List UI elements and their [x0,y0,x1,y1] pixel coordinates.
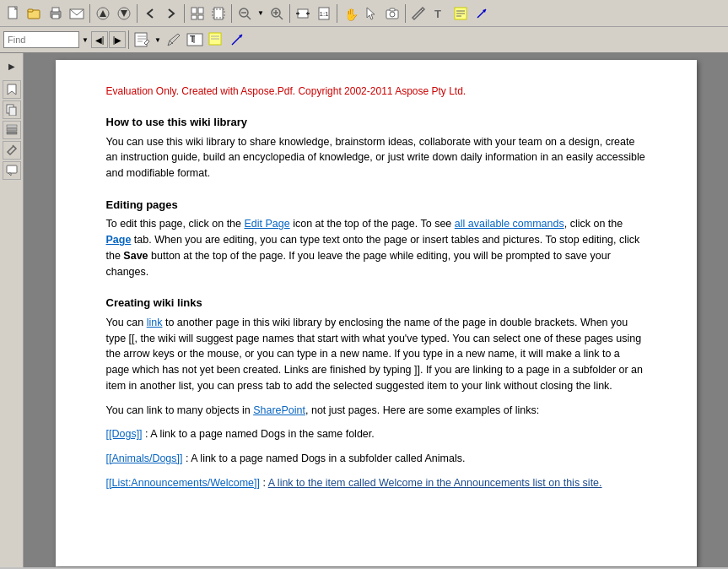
view-tools [187,3,229,24]
sep5 [289,4,290,23]
sep1 [89,4,90,23]
fit-width-button[interactable] [293,3,313,24]
sep4 [231,4,232,23]
svg-rect-12 [198,8,203,14]
sharepoint-link[interactable]: SharePoint [253,404,305,416]
edit-dropdown[interactable]: ▼ [153,30,163,50]
file-tools [3,3,87,24]
svg-text:✋: ✋ [344,8,358,21]
svg-line-18 [247,16,251,19]
svg-rect-59 [9,107,16,116]
svg-rect-2 [28,9,33,12]
dogs-link-example: [[Dogs]] : A link to a page named Dogs i… [106,426,646,442]
bookmark-panel-icon[interactable] [3,80,21,99]
svg-rect-14 [198,15,203,19]
svg-rect-60 [7,132,17,134]
expand-icon[interactable]: ▶ [3,57,21,75]
svg-line-36 [421,9,423,11]
new-button[interactable] [3,3,24,24]
arrow-tool-button[interactable] [227,30,247,50]
svg-marker-64 [8,173,11,176]
typewriter-button[interactable]: T [429,3,450,24]
nav-up-button[interactable] [93,3,113,24]
forward-button[interactable] [161,3,181,24]
animals-dogs-link[interactable]: [[Animals/Dogs]] [106,452,183,464]
section2-para1: To edit this page, click on the Edit Pag… [106,216,646,279]
zoom-tools: ▼ [235,3,287,24]
annotate-button[interactable] [164,30,184,50]
sticky-note-button[interactable] [450,3,471,24]
eval-notice: Evaluation Only. Created with Aspose.Pdf… [106,85,646,97]
svg-rect-13 [191,15,197,19]
section3-para1: You can link to another page in this wik… [106,315,646,394]
sticky-btn2[interactable] [206,30,226,50]
pointer-tools: ✋ [340,3,402,24]
print-button[interactable] [46,3,66,24]
text-box-button[interactable]: T [185,30,205,50]
dogs-link[interactable]: [[Dogs]] [106,428,143,440]
svg-rect-5 [52,14,59,19]
snapshot-button[interactable] [382,3,402,24]
svg-text:T: T [434,8,441,20]
document-area[interactable]: Evaluation Only. Created with Aspose.Pdf… [24,53,728,567]
find-next-button[interactable]: |▶ [109,31,126,48]
sep2 [137,4,138,23]
all-commands-link[interactable]: all available commands [455,218,564,230]
layers-panel-icon[interactable] [3,121,21,139]
sep7 [405,4,406,23]
main-layout: ▶ Evaluation Only. Created with Aspose.P… [0,53,728,567]
edit-page-button[interactable] [132,30,152,50]
select-button[interactable] [361,3,381,24]
history-tools [140,3,181,24]
svg-rect-61 [7,128,17,131]
zoom-in-button[interactable] [267,3,287,24]
list-link[interactable]: [[List:Announcements/Welcome]] [106,477,261,489]
link-to-page-link[interactable]: link [147,317,163,328]
sep6 [337,4,337,23]
tools-button[interactable] [408,3,429,24]
edit-page-link[interactable]: Edit Page [244,218,289,230]
svg-rect-63 [7,165,17,173]
welcome-link[interactable]: A link to the item called Welcome in the… [268,477,602,489]
find-prev-button[interactable]: ◀| [91,31,108,48]
arrow-button[interactable] [472,3,492,24]
nav-tools [93,3,134,24]
email-button[interactable] [67,3,87,24]
zoom-out-button[interactable] [235,3,255,24]
fit-tools: 1:1 [293,3,334,24]
page-view-button[interactable] [187,3,208,24]
pages-panel-icon[interactable] [3,100,21,119]
actual-size-button[interactable]: 1:1 [314,3,334,24]
sep8 [128,30,129,49]
page-tab-link[interactable]: Page [106,234,132,246]
markup-tools: T [408,3,492,24]
section2-heading: Editing pages [106,197,646,214]
svg-rect-15 [214,8,223,19]
comments-panel-icon[interactable] [3,161,21,180]
zoom-dropdown[interactable]: ▼ [256,3,266,24]
open-button[interactable] [24,3,45,24]
svg-marker-57 [8,84,16,95]
back-button[interactable] [140,3,160,24]
document-page: Evaluation Only. Created with Aspose.Pdf… [56,60,697,566]
left-sidebar: ▶ [0,53,24,567]
nav-down-button[interactable] [114,3,134,24]
pan-button[interactable]: ✋ [340,3,360,24]
find-input[interactable] [3,31,79,48]
svg-text:1:1: 1:1 [319,10,329,18]
find-dropdown[interactable]: ▼ [80,30,90,50]
toolbar-row1: ▼ 1:1 ✋ [0,0,728,27]
svg-line-21 [279,16,283,19]
toolbar-row2: ▼ ◀| |▶ ▼ T [0,27,728,52]
fit-page-button[interactable] [208,3,229,24]
attachments-panel-icon[interactable] [3,141,21,160]
svg-rect-11 [191,8,197,14]
section1-para1: You can use this wiki library to share k… [106,134,646,182]
svg-rect-62 [7,125,17,127]
svg-marker-32 [367,8,375,19]
svg-rect-4 [52,8,59,12]
list-link-example: [[List:Announcements/Welcome]] : A link … [106,475,646,491]
animals-dogs-link-example: [[Animals/Dogs]] : A link to a page name… [106,451,646,467]
sep3 [184,4,185,23]
section3-heading: Creating wiki links [106,295,646,312]
